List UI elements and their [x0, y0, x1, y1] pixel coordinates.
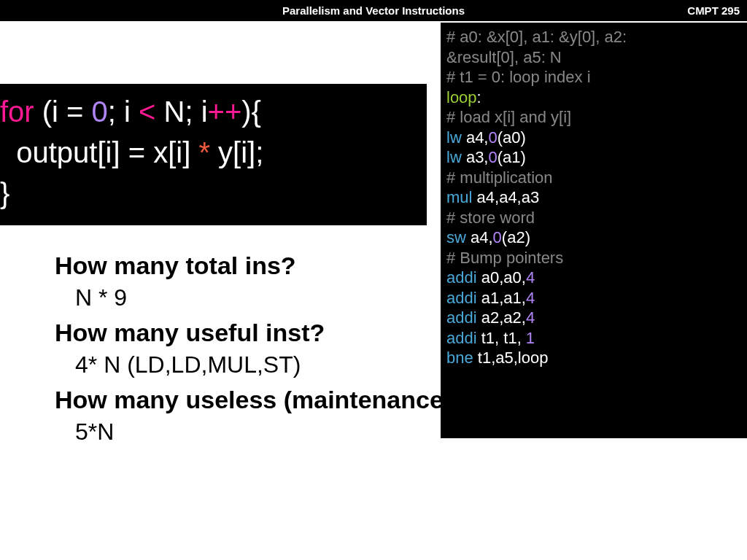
asm-tail: (a0): [498, 128, 526, 147]
answer-3: 5*N: [75, 419, 726, 446]
question-2: How many useful inst?: [55, 319, 726, 347]
question-1: How many total ins?: [55, 252, 726, 280]
asm-label-line: loop:: [446, 88, 741, 108]
c-text: ){: [241, 96, 261, 128]
asm-comment: # multiplication: [446, 168, 741, 188]
slide-header: Parallelism and Vector Instructions CMPT…: [0, 0, 747, 22]
c-line-1: for (i = 0; i < N; i++){: [0, 91, 427, 132]
questions-block: How many total ins? N * 9 How many usefu…: [55, 244, 726, 446]
question-3: How many useless (maintenance) inst?: [55, 386, 726, 414]
literal-zero: 0: [92, 96, 108, 128]
asm-args: a4,a4,a3: [472, 188, 539, 206]
c-text: N; i: [155, 96, 207, 128]
asm-imm: 0: [488, 128, 497, 147]
answer-2: 4* N (LD,LD,MUL,ST): [75, 351, 726, 378]
asm-colon: :: [477, 88, 481, 106]
operator-increment: ++: [208, 96, 242, 128]
c-code-block: for (i = 0; i < N; i++){ output[i] = x[i…: [0, 84, 427, 225]
asm-imm: 0: [488, 148, 497, 166]
c-text: output[i] = x[i]: [0, 136, 198, 168]
c-line-3: }: [0, 173, 427, 214]
keyword-for: for: [0, 96, 34, 128]
asm-comment: # store word: [446, 208, 741, 228]
asm-op: lw: [446, 128, 462, 147]
c-text: ; i: [108, 96, 139, 128]
asm-comment: # load x[i] and y[i]: [446, 107, 741, 128]
slide-title: Parallelism and Vector Instructions: [282, 4, 465, 17]
asm-label: loop: [446, 88, 477, 106]
asm-args: a4,: [462, 128, 489, 147]
asm-args: a3,: [462, 148, 489, 166]
asm-comment: # t1 = 0: loop index i: [446, 67, 741, 88]
asm-tail: (a1): [498, 148, 526, 166]
asm-lw-1: lw a4,0(a0): [446, 128, 741, 148]
asm-op: lw: [446, 148, 462, 166]
asm-comment: # a0: &x[0], a1: &y[0], a2:: [446, 27, 741, 47]
asm-lw-2: lw a3,0(a1): [446, 147, 741, 168]
operator-lt: <: [139, 96, 155, 128]
asm-op: mul: [446, 188, 472, 206]
c-text: y[i];: [210, 136, 263, 168]
c-line-2: output[i] = x[i] * y[i];: [0, 132, 427, 173]
answer-1: N * 9: [75, 284, 726, 311]
c-text: (i =: [34, 96, 92, 128]
asm-mul: mul a4,a4,a3: [446, 187, 741, 208]
operator-mul: *: [198, 136, 210, 168]
asm-comment: &result[0], a5: N: [446, 47, 741, 68]
course-code: CMPT 295: [687, 4, 740, 17]
